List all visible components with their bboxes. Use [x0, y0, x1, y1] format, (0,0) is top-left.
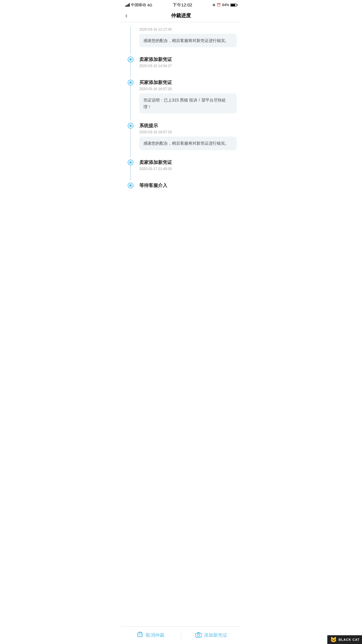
timeline-dot-inner-3: [129, 125, 132, 127]
timeline-left-5: [125, 183, 136, 197]
timeline-left-3: [125, 123, 136, 157]
back-button[interactable]: ‹: [125, 12, 127, 20]
back-icon: ‹: [125, 12, 127, 20]
signal-icon: [125, 3, 130, 7]
timeline-title-2: 买家添加新凭证: [139, 80, 237, 86]
timeline-left-2: [125, 80, 136, 120]
timeline-dot-inner-2: [129, 81, 132, 84]
status-right: ⊕ ⏰ 84%: [212, 3, 237, 7]
timeline-left-4: [125, 160, 136, 180]
timeline-title-5: 等待客服介入: [139, 183, 237, 189]
timeline-dot-1: [128, 57, 133, 62]
battery-percent: 84%: [222, 3, 229, 7]
alarm-icon: ⏰: [217, 3, 221, 7]
timeline-bubble-3: 感谢您的配合，稍后客服将对新凭证进行核实。: [139, 136, 237, 150]
timeline-item-1: 卖家添加新凭证 2020-03-16 14:54:27: [121, 57, 241, 80]
timeline-time-3: 2020-03-16 16:57:26: [139, 130, 237, 134]
timeline-item-0: 2020-03-16 12:17:45 感谢您的配合，稍后客服将对新凭证进行核实…: [121, 27, 241, 57]
timeline-item-2: 买家添加新凭证 2020-03-16 16:57:26 凭证说明：已上315 黑…: [121, 80, 241, 123]
timeline-title-4: 卖家添加新凭证: [139, 160, 237, 166]
timeline-right-4: 卖家添加新凭证 2020-03-17 21:40:05: [136, 160, 237, 180]
timeline-right-0: 2020-03-16 12:17:45 感谢您的配合，稍后客服将对新凭证进行核实…: [136, 27, 237, 54]
content-area: 2020-03-16 12:17:45 感谢您的配合，稍后客服将对新凭证进行核实…: [121, 22, 241, 227]
timeline-dot-3: [128, 123, 133, 129]
timeline-right-5: 等待客服介入: [136, 183, 237, 197]
timeline-item-3: 系统提示 2020-03-16 16:57:26 感谢您的配合，稍后客服将对新凭…: [121, 123, 241, 159]
status-time: 下午12:02: [173, 2, 192, 8]
network-label: 4G: [147, 3, 152, 7]
timeline-right-1: 卖家添加新凭证 2020-03-16 14:54:27: [136, 57, 237, 77]
timeline-right-2: 买家添加新凭证 2020-03-16 16:57:26 凭证说明：已上315 黑…: [136, 80, 237, 120]
timeline-left-0: [125, 27, 136, 54]
timeline-dot-5: [128, 183, 133, 188]
timeline-dot-2: [128, 80, 133, 85]
status-left: 中国移动 4G: [125, 2, 152, 8]
timeline-bubble-2: 凭证说明：已上315 黑猫 投诉！望平台尽快处理！: [139, 93, 237, 113]
timeline-time-4: 2020-03-17 21:40:05: [139, 167, 237, 171]
timeline-item-5: 等待客服介入: [121, 183, 241, 199]
timeline-time-1: 2020-03-16 14:54:27: [139, 64, 237, 68]
timeline-item-4: 卖家添加新凭证 2020-03-17 21:40:05: [121, 160, 241, 183]
page-title: 仲裁进度: [171, 12, 191, 19]
timeline-left-1: [125, 57, 136, 77]
lock-icon: ⊕: [212, 3, 215, 7]
timeline-time-2: 2020-03-16 16:57:26: [139, 87, 237, 91]
timeline-dot-inner-4: [129, 161, 132, 164]
carrier-label: 中国移动: [131, 2, 146, 8]
nav-bar: ‹ 仲裁进度: [121, 9, 241, 22]
timeline-dot-inner-1: [129, 58, 132, 61]
battery-icon: [230, 4, 237, 7]
timeline-time-0: 2020-03-16 12:17:45: [139, 27, 237, 32]
timeline-bubble-0: 感谢您的配合，稍后客服将对新凭证进行核实。: [139, 34, 237, 47]
timeline-dot-4: [128, 160, 133, 165]
status-bar: 中国移动 4G 下午12:02 ⊕ ⏰ 84%: [121, 0, 241, 9]
timeline: 2020-03-16 12:17:45 感谢您的配合，稍后客服将对新凭证进行核实…: [121, 22, 241, 204]
timeline-title-1: 卖家添加新凭证: [139, 57, 237, 63]
timeline-title-3: 系统提示: [139, 123, 237, 129]
timeline-dot-inner-5: [129, 184, 132, 187]
timeline-right-3: 系统提示 2020-03-16 16:57:26 感谢您的配合，稍后客服将对新凭…: [136, 123, 237, 157]
